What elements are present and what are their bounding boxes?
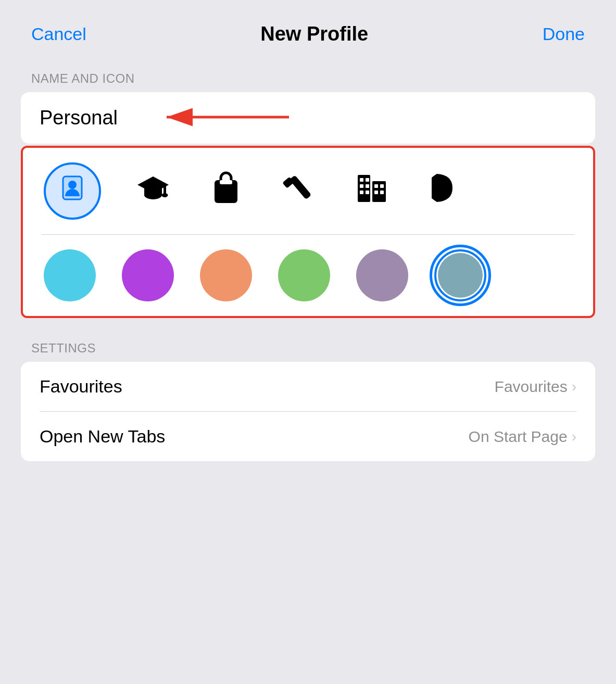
svg-rect-22 bbox=[374, 191, 378, 194]
icon-person[interactable] bbox=[44, 162, 101, 220]
tools-icon bbox=[281, 170, 317, 212]
open-new-tabs-value-text: On Start Page bbox=[469, 428, 568, 446]
icon-tools[interactable] bbox=[278, 170, 320, 212]
svg-rect-20 bbox=[374, 184, 378, 188]
person-icon bbox=[59, 174, 86, 208]
color-steel[interactable] bbox=[434, 249, 486, 301]
svg-rect-10 bbox=[290, 175, 312, 199]
settings-label: SETTINGS bbox=[31, 341, 585, 356]
svg-rect-9 bbox=[220, 180, 232, 184]
open-new-tabs-chevron-icon: › bbox=[572, 428, 576, 445]
cancel-button[interactable]: Cancel bbox=[31, 24, 86, 44]
color-green[interactable] bbox=[278, 249, 330, 301]
svg-point-4 bbox=[68, 181, 77, 189]
done-button[interactable]: Done bbox=[543, 24, 585, 44]
svg-rect-15 bbox=[366, 178, 369, 182]
color-purple[interactable] bbox=[122, 249, 174, 301]
arrow-annotation bbox=[156, 102, 292, 135]
svg-point-7 bbox=[162, 193, 168, 197]
name-and-icon-label: NAME AND ICON bbox=[31, 71, 585, 86]
color-orange[interactable] bbox=[200, 249, 252, 301]
favourites-value: Favourites › bbox=[495, 378, 576, 396]
svg-rect-19 bbox=[366, 191, 369, 194]
settings-row-open-new-tabs[interactable]: Open New Tabs On Start Page › bbox=[21, 412, 595, 461]
new-profile-modal: Cancel New Profile Done NAME AND ICON Pe… bbox=[10, 10, 606, 684]
profile-name: Personal bbox=[40, 107, 118, 129]
name-card: Personal bbox=[21, 92, 595, 144]
icon-moon[interactable] bbox=[424, 170, 466, 212]
svg-rect-16 bbox=[360, 184, 363, 188]
icon-bag[interactable] bbox=[205, 170, 247, 212]
icon-graduation[interactable] bbox=[132, 170, 174, 212]
graduation-icon bbox=[135, 172, 171, 210]
favourites-label: Favourites bbox=[40, 376, 122, 397]
open-new-tabs-label: Open New Tabs bbox=[40, 426, 165, 447]
color-cyan[interactable] bbox=[44, 249, 96, 301]
svg-rect-18 bbox=[360, 191, 363, 194]
svg-rect-6 bbox=[164, 185, 166, 194]
settings-card: Favourites Favourites › Open New Tabs On… bbox=[21, 362, 595, 461]
svg-rect-23 bbox=[380, 191, 384, 194]
svg-rect-14 bbox=[360, 178, 363, 182]
moon-icon bbox=[432, 170, 458, 212]
open-new-tabs-value: On Start Page › bbox=[469, 428, 576, 446]
page-title: New Profile bbox=[86, 23, 543, 45]
svg-rect-21 bbox=[380, 184, 384, 188]
color-row bbox=[23, 235, 593, 316]
favourites-value-text: Favourites bbox=[495, 378, 568, 396]
bag-icon bbox=[210, 170, 242, 212]
building-icon bbox=[354, 170, 390, 212]
icon-building[interactable] bbox=[351, 170, 393, 212]
settings-row-favourites[interactable]: Favourites Favourites › bbox=[21, 362, 595, 411]
svg-rect-13 bbox=[372, 181, 386, 202]
icon-color-section bbox=[21, 146, 595, 318]
favourites-chevron-icon: › bbox=[572, 378, 576, 395]
header: Cancel New Profile Done bbox=[10, 10, 606, 56]
name-row: Personal bbox=[21, 92, 595, 144]
color-mauve[interactable] bbox=[356, 249, 408, 301]
svg-rect-17 bbox=[366, 184, 369, 188]
icon-row bbox=[23, 148, 593, 234]
